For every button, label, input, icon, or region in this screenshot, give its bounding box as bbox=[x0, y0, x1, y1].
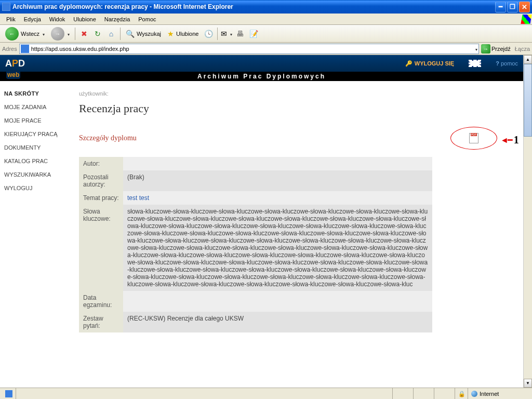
history-button[interactable]: 🕓 bbox=[203, 28, 214, 39]
home-button[interactable]: ⌂ bbox=[105, 28, 117, 39]
apd-logo[interactable]: APD bbox=[5, 58, 25, 69]
sidebar-item-wyszukiwarka[interactable]: WYSZUKIWARKA bbox=[4, 171, 74, 178]
minimize-button[interactable]: ━ bbox=[495, 2, 506, 12]
menu-edycja[interactable]: Edycja bbox=[20, 15, 45, 23]
toolbar: ← Wstecz → ✖ ↻ ⌂ 🔍 Wyszukaj ★ Ulubione 🕓… bbox=[0, 25, 532, 43]
table-row: Słowa kluczowe:słowa-kluczowe-słowa-kluc… bbox=[79, 205, 432, 291]
page-icon bbox=[21, 45, 29, 53]
menu-pomoc[interactable]: Pomoc bbox=[134, 15, 160, 23]
key-icon: 🔑 bbox=[405, 60, 413, 67]
table-row: Zestaw pytań:(REC-UKSW) Recenzje dla cał… bbox=[79, 312, 432, 332]
sidebar-item-wyloguj[interactable]: WYLOGUJ bbox=[4, 185, 74, 191]
history-icon: 🕓 bbox=[204, 30, 213, 38]
zone-label: Internet bbox=[480, 391, 499, 397]
edit-icon: 📝 bbox=[249, 30, 258, 38]
help-label: pomoc bbox=[501, 60, 518, 66]
pdf-icon[interactable] bbox=[469, 133, 478, 143]
star-icon: ★ bbox=[167, 30, 174, 38]
stop-icon: ✖ bbox=[81, 30, 87, 38]
sidebar-item-dokumenty[interactable]: DOKUMENTY bbox=[4, 144, 74, 151]
cell-value bbox=[123, 291, 432, 312]
address-bar: Adres https://apd.usos.uksw.edu.pl/index… bbox=[0, 43, 532, 55]
status-zone: Internet bbox=[468, 388, 530, 399]
cell-value: (REC-UKSW) Recenzje dla całego UKSW bbox=[123, 312, 432, 332]
search-label: Wyszukaj bbox=[137, 31, 161, 37]
sidebar: NA SKRÓTY MOJE ZADANIA MOJE PRACE KIERUJ… bbox=[0, 81, 78, 388]
refresh-button[interactable]: ↻ bbox=[92, 28, 103, 39]
forward-icon: → bbox=[51, 27, 64, 41]
address-url: https://apd.usos.uksw.edu.pl/index.php bbox=[31, 46, 129, 52]
sidebar-heading: NA SKRÓTY bbox=[4, 90, 74, 97]
mail-dropdown-icon[interactable] bbox=[229, 31, 232, 37]
scroll-down-button[interactable]: ▼ bbox=[524, 379, 532, 388]
menu-ulubione[interactable]: Ulubione bbox=[69, 15, 100, 23]
forward-dropdown-icon[interactable] bbox=[66, 31, 70, 37]
toolbar-separator bbox=[120, 28, 121, 40]
page-viewport: ▲ ▼ APD 🔑 WYLOGUJ SIĘ ? pomoc web Archiw… bbox=[0, 55, 532, 388]
home-icon: ⌂ bbox=[109, 30, 113, 38]
back-dropdown-icon[interactable] bbox=[42, 31, 45, 37]
forward-button[interactable]: → bbox=[49, 27, 72, 41]
status-empty bbox=[434, 388, 455, 399]
table-row: Pozostali autorzy:(Brak) bbox=[79, 170, 432, 191]
sidebar-item-kierujacy[interactable]: KIERUJĄCY PRACĄ bbox=[4, 131, 74, 137]
status-message bbox=[16, 388, 392, 399]
menu-widok[interactable]: Widok bbox=[45, 15, 70, 23]
table-row: Autor: bbox=[79, 157, 432, 170]
vertical-scrollbar[interactable]: ▲ ▼ bbox=[523, 55, 532, 388]
logout-label: WYLOGUJ SIĘ bbox=[415, 60, 454, 66]
close-button[interactable]: ✕ bbox=[519, 2, 530, 12]
stop-button[interactable]: ✖ bbox=[78, 28, 90, 39]
status-empty bbox=[413, 388, 434, 399]
address-dropdown-icon[interactable] bbox=[474, 46, 477, 52]
app-icon bbox=[2, 3, 10, 11]
status-empty bbox=[392, 388, 413, 399]
mail-icon: ✉ bbox=[221, 30, 227, 38]
print-icon: 🖶 bbox=[236, 30, 244, 38]
menu-bar: Plik Edycja Widok Ulubione Narzędzia Pom… bbox=[0, 14, 532, 25]
search-button[interactable]: 🔍 Wyszukaj bbox=[124, 27, 163, 41]
favorites-label: Ulubione bbox=[176, 31, 198, 37]
menu-plik[interactable]: Plik bbox=[2, 15, 20, 23]
search-icon: 🔍 bbox=[126, 30, 135, 38]
status-bar: 🔒 Internet bbox=[0, 388, 532, 399]
sidebar-item-moje-prace[interactable]: MOJE PRACE bbox=[4, 117, 74, 124]
address-input[interactable]: https://apd.usos.uksw.edu.pl/index.php bbox=[19, 44, 479, 54]
favorites-button[interactable]: ★ Ulubione bbox=[165, 27, 201, 41]
edit-button[interactable]: 📝 bbox=[248, 28, 259, 39]
apd-band: Archiwum Prac Dyplomowych bbox=[0, 72, 523, 81]
scroll-thumb[interactable] bbox=[524, 64, 532, 137]
cell-value: słowa-kluczowe-słowa-kluczowe-słowa-kluc… bbox=[123, 205, 432, 291]
cell-value: test test bbox=[123, 191, 432, 205]
sidebar-item-katalog[interactable]: KATALOG PRAC bbox=[4, 158, 74, 164]
print-button[interactable]: 🖶 bbox=[234, 28, 246, 39]
back-label: Wstecz bbox=[21, 31, 39, 37]
table-row: Temat pracy:test test bbox=[79, 191, 432, 205]
apd-web-label: web bbox=[6, 71, 20, 79]
mail-button[interactable]: ✉ bbox=[221, 28, 232, 39]
links-label[interactable]: Łącza bbox=[515, 46, 530, 52]
sidebar-item-moje-zadania[interactable]: MOJE ZADANIA bbox=[4, 104, 74, 110]
cell-label: Słowa kluczowe: bbox=[79, 205, 123, 291]
menu-narzedzia[interactable]: Narzędzia bbox=[100, 15, 135, 23]
go-icon: → bbox=[481, 44, 490, 54]
topic-link[interactable]: test test bbox=[127, 194, 149, 202]
scroll-up-button[interactable]: ▲ bbox=[524, 55, 532, 64]
back-button[interactable]: ← Wstecz bbox=[3, 27, 47, 41]
logout-link[interactable]: 🔑 WYLOGUJ SIĘ bbox=[405, 60, 454, 67]
status-lock: 🔒 bbox=[455, 388, 468, 399]
annotation-oval bbox=[450, 127, 497, 150]
cell-label: Data egzaminu: bbox=[79, 291, 123, 312]
status-page-icon bbox=[2, 388, 16, 399]
help-link[interactable]: ? pomoc bbox=[496, 60, 518, 66]
language-flag-uk[interactable] bbox=[469, 60, 481, 67]
go-button[interactable]: → Przejdź bbox=[481, 44, 511, 54]
window-title: Archiwum prac dyplomowych: recenzja prac… bbox=[12, 3, 495, 10]
go-label: Przejdź bbox=[491, 46, 511, 52]
window-titlebar: Archiwum prac dyplomowych: recenzja prac… bbox=[0, 0, 532, 14]
page-title: Recenzja pracy bbox=[79, 102, 518, 115]
maximize-button[interactable]: ❐ bbox=[507, 2, 518, 12]
page-icon bbox=[5, 390, 12, 397]
main-content: użytkownik: Recenzja pracy Szczegóły dyp… bbox=[78, 81, 523, 388]
details-table: Autor: Pozostali autorzy:(Brak) Temat pr… bbox=[79, 157, 432, 332]
